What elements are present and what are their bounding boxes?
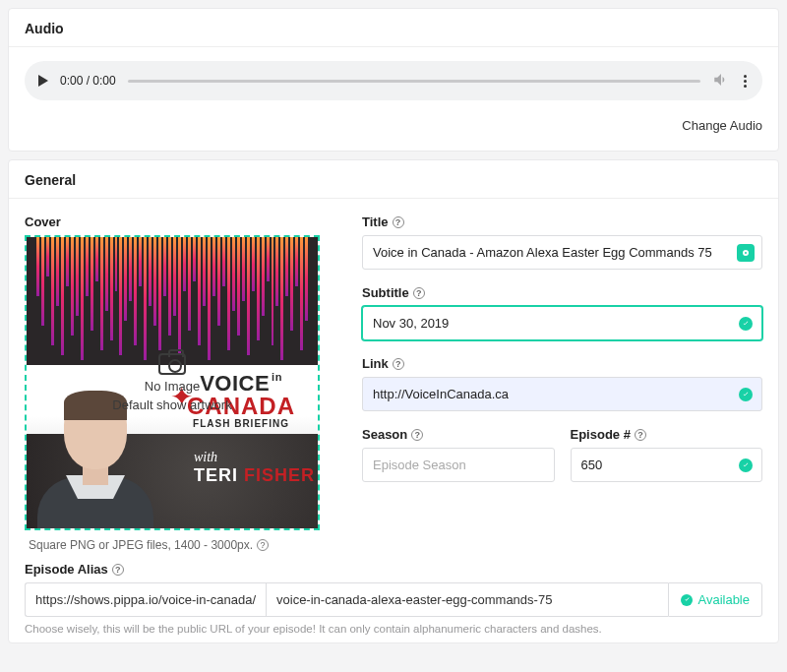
check-icon — [681, 594, 693, 606]
link-label: Link ? — [362, 356, 762, 371]
subtitle-input[interactable] — [362, 306, 762, 340]
volume-icon[interactable] — [712, 71, 730, 92]
help-icon[interactable]: ? — [112, 564, 124, 576]
help-icon[interactable]: ? — [393, 358, 404, 370]
link-check-icon — [739, 388, 753, 401]
alias-status-text: Available — [697, 592, 750, 607]
alias-prefix: https://shows.pippa.io/voice-in-canada/ — [25, 582, 266, 617]
general-section-title: General — [9, 160, 778, 199]
subtitle-label: Subtitle ? — [362, 285, 762, 300]
alias-section: Episode Alias ? https://shows.pippa.io/v… — [25, 562, 762, 635]
link-field-wrap — [362, 377, 762, 411]
cover-caption: Square PNG or JPEG files, 1400 - 3000px.… — [25, 530, 344, 552]
camera-icon — [158, 353, 186, 375]
subtitle-field-wrap — [362, 306, 762, 340]
audio-body: 0:00 / 0:00 Change Audio — [9, 47, 778, 151]
no-image-line2: Default show artwork — [112, 397, 231, 412]
audio-player[interactable]: 0:00 / 0:00 — [25, 61, 762, 100]
audio-menu-icon[interactable] — [742, 75, 749, 88]
episode-num-field-wrap — [571, 448, 763, 482]
cover-caption-text: Square PNG or JPEG files, 1400 - 3000px. — [29, 538, 253, 552]
episode-num-label-text: Episode # — [571, 427, 631, 442]
fields-column: Title ? Subtitle ? Link ? — [362, 214, 762, 552]
alias-label-text: Episode Alias — [25, 562, 108, 577]
link-input[interactable] — [362, 377, 762, 411]
link-label-text: Link — [362, 356, 389, 371]
help-icon[interactable]: ? — [413, 287, 425, 299]
subtitle-check-icon — [739, 317, 753, 331]
cover-label-text: Cover — [25, 214, 61, 229]
season-label-text: Season — [362, 427, 407, 442]
season-input[interactable] — [362, 448, 555, 482]
season-field-wrap — [362, 448, 555, 482]
episode-num-check-icon — [739, 458, 753, 472]
help-icon[interactable]: ? — [393, 216, 404, 228]
no-image-line1: No Image — [145, 379, 200, 394]
audio-section-title: Audio — [9, 9, 778, 47]
help-icon[interactable]: ? — [257, 539, 269, 551]
alias-row: https://shows.pippa.io/voice-in-canada/ … — [25, 582, 762, 617]
subtitle-label-text: Subtitle — [362, 285, 409, 300]
title-field-wrap — [362, 235, 762, 270]
audio-time: 0:00 / 0:00 — [60, 74, 116, 88]
general-section: General Cover — [8, 159, 779, 643]
episode-num-input[interactable] — [571, 448, 763, 482]
general-body: Cover ✦ VOICEin CANADA — [9, 199, 778, 642]
play-icon[interactable] — [38, 75, 48, 87]
audio-section: Audio 0:00 / 0:00 Change Audio — [8, 8, 779, 152]
help-icon[interactable]: ? — [635, 429, 646, 441]
title-input[interactable] — [362, 235, 762, 270]
title-status-icon — [737, 244, 755, 262]
change-audio-link[interactable]: Change Audio — [682, 118, 762, 133]
cover-label: Cover — [25, 214, 344, 229]
alias-status: Available — [668, 582, 762, 617]
title-label-text: Title — [362, 214, 389, 229]
season-label: Season ? — [362, 427, 555, 442]
help-icon[interactable]: ? — [411, 429, 423, 441]
cover-column: Cover ✦ VOICEin CANADA — [25, 214, 344, 552]
title-label: Title ? — [362, 214, 762, 229]
alias-label: Episode Alias ? — [25, 562, 762, 577]
episode-num-label: Episode # ? — [571, 427, 763, 442]
cover-dropzone[interactable]: ✦ VOICEin CANADA FLASH BRIEFING with TER… — [25, 235, 320, 530]
alias-input[interactable] — [266, 582, 668, 617]
audio-progress[interactable] — [128, 80, 700, 83]
cover-no-image-overlay: No Image Default show artwork — [27, 237, 318, 528]
alias-hint: Choose wisely, this will be the public U… — [25, 623, 762, 635]
